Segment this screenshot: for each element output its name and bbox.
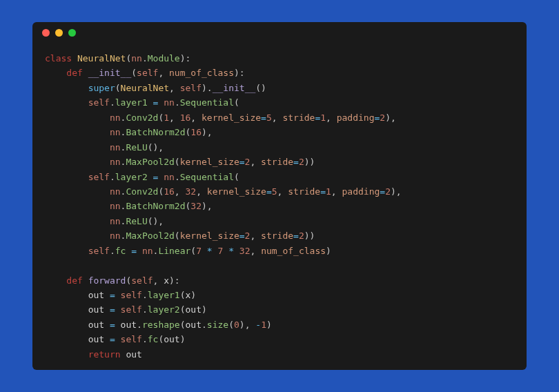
code-token: nn <box>110 142 121 153</box>
code-token: fc <box>115 246 126 256</box>
code-token: = <box>110 304 115 315</box>
code-token: = <box>110 334 115 344</box>
code-token: forward <box>88 275 126 286</box>
code-token: ( <box>234 172 239 182</box>
code-token: ): <box>169 275 180 286</box>
code-token: . <box>110 97 115 108</box>
minimize-icon[interactable] <box>55 29 63 37</box>
code-token: ), <box>202 127 213 137</box>
code-token: out <box>88 334 110 344</box>
code-token: def <box>66 275 88 286</box>
code-token: NeuralNet <box>77 53 126 63</box>
code-token: , <box>272 112 283 123</box>
code-token: 32 <box>239 246 251 256</box>
maximize-icon[interactable] <box>68 29 76 37</box>
code-token: nn <box>164 97 175 108</box>
code-token: 1 <box>320 112 326 123</box>
code-token: reshape <box>142 320 180 330</box>
close-icon[interactable] <box>42 29 50 37</box>
code-token: Conv2d <box>126 112 158 123</box>
code-token: layer2 <box>115 172 148 182</box>
code-token: , <box>190 112 202 123</box>
code-token: , <box>153 275 164 286</box>
code-token: 1 <box>164 112 169 123</box>
code-token: nn <box>110 127 121 137</box>
code-token: stride <box>282 112 315 123</box>
code-token: , <box>277 186 288 197</box>
window-titlebar <box>32 22 527 43</box>
code-token <box>148 172 153 182</box>
code-token: ReLU <box>126 216 147 226</box>
code-token: Linear <box>158 246 190 256</box>
code-token: * <box>207 246 213 256</box>
code-token: layer1 <box>148 290 180 300</box>
code-token: nn <box>110 112 121 123</box>
code-token: MaxPool2d <box>126 231 174 241</box>
code-line: nn.Conv2d(16, 32, kernel_size=5, stride=… <box>45 184 514 199</box>
code-token: padding <box>342 186 380 197</box>
code-token <box>213 246 218 256</box>
code-token: ( <box>228 320 234 330</box>
code-token: = <box>293 157 299 167</box>
code-token: 5 <box>266 112 272 123</box>
code-token <box>223 246 228 256</box>
code-token: . <box>142 53 148 63</box>
code-token: __init__ <box>213 83 256 93</box>
code-token: self <box>121 304 142 315</box>
code-token: = <box>380 186 385 197</box>
code-token: nn <box>142 246 153 256</box>
code-token: ( <box>175 157 180 167</box>
code-token: class <box>45 53 77 63</box>
code-line: out = self.fc(out) <box>45 332 514 346</box>
code-token: kernel_size <box>207 186 266 197</box>
code-token: ( <box>180 290 186 300</box>
code-token: out <box>186 304 202 315</box>
code-token: ( <box>190 246 196 256</box>
code-token: kernel_size <box>202 112 261 123</box>
code-token: , <box>175 186 186 197</box>
code-token: 2 <box>380 112 385 123</box>
code-token: ), <box>202 201 213 211</box>
code-token: out <box>88 290 110 300</box>
code-token <box>115 334 121 344</box>
code-token: , <box>326 112 337 123</box>
code-token: out <box>186 320 202 330</box>
code-token: 2 <box>299 157 304 167</box>
code-token: 2 <box>299 231 304 241</box>
code-token: . <box>142 304 148 315</box>
code-token: ) <box>326 246 331 256</box>
code-token <box>234 246 239 256</box>
code-token: kernel_size <box>180 157 239 167</box>
code-token: num_of_class <box>261 246 326 256</box>
code-token: padding <box>337 112 375 123</box>
code-token: . <box>110 246 115 256</box>
code-token: 7 <box>196 246 202 256</box>
code-token: 16 <box>190 127 202 137</box>
code-token: ) <box>266 320 272 330</box>
code-token: = <box>239 231 245 241</box>
code-token: . <box>175 172 180 182</box>
code-token: , <box>250 231 261 241</box>
code-token: out <box>164 334 179 344</box>
code-token: = <box>261 112 266 123</box>
code-token: ReLU <box>126 142 147 153</box>
code-token: stride <box>288 186 320 197</box>
code-line: self.layer1 = nn.Sequential( <box>45 95 514 110</box>
code-token: nn <box>110 231 121 241</box>
code-token: 16 <box>180 112 191 123</box>
code-content: class NeuralNet(nn.Module): def __init__… <box>32 43 527 370</box>
code-token: stride <box>261 231 293 241</box>
code-token: = <box>293 231 299 241</box>
code-token: = <box>110 290 115 300</box>
code-token: ( <box>115 83 121 93</box>
code-token: , <box>169 83 180 93</box>
code-token: kernel_size <box>180 231 239 241</box>
code-token: nn <box>131 53 142 63</box>
code-token: BatchNorm2d <box>126 127 185 137</box>
code-token: = <box>110 320 115 330</box>
code-token: ), <box>239 320 255 330</box>
code-token: self <box>121 290 142 300</box>
code-token: ( <box>131 68 137 78</box>
code-token: ), <box>385 112 396 123</box>
code-line: self.layer2 = nn.Sequential( <box>45 170 514 184</box>
